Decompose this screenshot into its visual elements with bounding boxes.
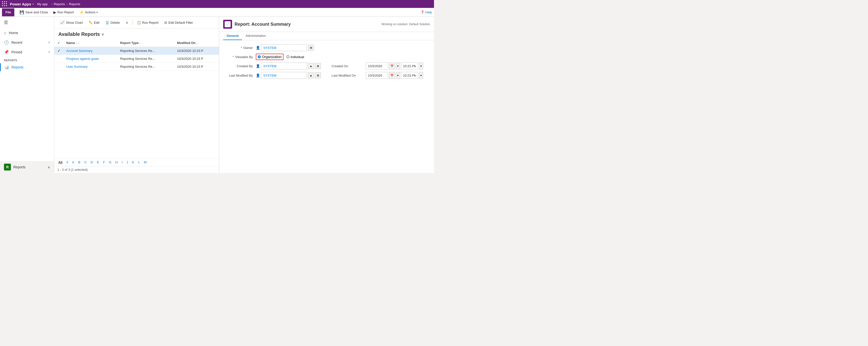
app-launcher-icon[interactable] — [2, 1, 7, 7]
bottom-chevron-icon[interactable]: ∧ — [48, 165, 50, 169]
owner-input[interactable] — [261, 44, 307, 51]
panel-title: Report: Account Summary — [235, 22, 291, 27]
delete-button[interactable]: 🗑️ Delete — [102, 19, 123, 26]
alpha-filter-item[interactable]: M — [143, 160, 148, 165]
hamburger-menu-button[interactable]: ☰ — [0, 17, 54, 28]
row-name-link[interactable]: Progress against goals — [66, 57, 99, 61]
modified-sort-desc[interactable]: ↓ — [196, 41, 198, 44]
row-checkbox[interactable] — [54, 63, 63, 71]
breadcrumb-sep1: › — [51, 2, 52, 6]
last-modified-on-time-input[interactable] — [401, 72, 418, 79]
run-report-icon: 📋 — [137, 21, 141, 25]
show-chart-button[interactable]: 📈 Show Chart — [57, 19, 86, 26]
sidebar-item-reports[interactable]: 📊 Reports — [0, 63, 54, 71]
created-by-expand-button[interactable]: ⊞ — [315, 63, 321, 69]
alpha-filter-item[interactable]: B — [78, 160, 82, 165]
alpha-filter-item[interactable]: E — [96, 160, 100, 165]
sidebar-item-home[interactable]: ⌂ Home — [0, 28, 54, 38]
help-button[interactable]: ❓ Help — [421, 10, 432, 14]
individual-radio-option[interactable]: Individual — [286, 55, 304, 59]
created-row: Created By 👤 ▲ ⊞ Created On — [223, 63, 430, 72]
last-modified-on-date-down-button[interactable]: ▾ — [396, 72, 400, 79]
sidebar-item-pinned[interactable]: 📌 Pinned ∨ — [0, 47, 54, 57]
last-modified-by-input[interactable] — [261, 72, 307, 79]
owner-required-star: * — [241, 46, 242, 50]
select-all-header[interactable]: ✓ — [54, 39, 63, 47]
table-row[interactable]: User Summary Reporting Services Re... 10… — [54, 63, 219, 71]
created-on-field: 📅 ▾ ▾ — [366, 63, 430, 69]
last-modified-expand-button[interactable]: ⊞ — [315, 72, 321, 78]
edit-button[interactable]: ✏️ Edit — [86, 19, 102, 26]
breadcrumb-reports1[interactable]: Reports — [54, 2, 65, 6]
created-on-date-down-button[interactable]: ▾ — [396, 63, 400, 69]
created-on-date-input[interactable] — [366, 63, 388, 69]
available-chevron-icon[interactable]: ∨ — [101, 32, 104, 37]
row-modified-cell: 10/3/2020 10:23 P — [174, 55, 219, 63]
alpha-filter-item[interactable]: G — [108, 160, 113, 165]
alpha-filter-item[interactable]: # — [65, 160, 69, 165]
reports-badge: R — [4, 164, 11, 170]
actions-button[interactable]: ⚡ Actions ▾ — [77, 9, 100, 16]
name-column-header[interactable]: Name ↑ ↓ — [63, 39, 117, 47]
row-type-cell: Reporting Services Re... — [117, 55, 174, 63]
name-sort-asc[interactable]: ↑ — [76, 41, 78, 44]
table-row[interactable]: Progress against goals Reporting Service… — [54, 55, 219, 63]
sidebar-item-recent[interactable]: 🕐 Recent ∨ — [0, 38, 54, 47]
owner-expand-button[interactable]: ⊞ — [308, 45, 314, 51]
sidebar-bottom-reports-item[interactable]: R Reports ∧ — [0, 161, 54, 173]
breadcrumb-reports2[interactable]: Reports — [69, 2, 80, 6]
alpha-filter-item[interactable]: I — [121, 160, 124, 165]
edit-default-filter-button[interactable]: ⊟ Edit Default Filter — [162, 19, 196, 26]
organization-radio-box[interactable]: Organization — [256, 54, 283, 60]
alpha-filter-item[interactable]: All — [57, 160, 64, 165]
last-modified-on-calendar-button[interactable]: 📅 — [389, 72, 395, 79]
app-chevron-icon[interactable]: ∨ — [32, 2, 34, 6]
panel-icon-inner: 📄 — [225, 21, 230, 27]
row-checkbox[interactable]: ✓ — [54, 47, 63, 55]
alpha-filter-item[interactable]: H — [115, 160, 119, 165]
type-sort-desc[interactable]: ↓ — [140, 41, 141, 44]
last-modified-on-row: Last Modified On 📅 ▾ ▾ — [332, 72, 430, 79]
alpha-filter-item[interactable]: F — [102, 160, 106, 165]
available-reports-header: Available Reports ∨ — [54, 28, 219, 39]
created-on-calendar-button[interactable]: 📅 — [389, 63, 395, 69]
count-row: 1 - 3 of 3 (1 selected) — [54, 166, 219, 173]
last-modified-on-date-input[interactable] — [366, 72, 388, 79]
created-by-up-button[interactable]: ▲ — [308, 63, 314, 69]
run-report-ribbon-button[interactable]: ▶ Run Report — [51, 9, 76, 16]
last-modified-on-time-down-button[interactable]: ▾ — [419, 72, 423, 79]
individual-radio-label: Individual — [290, 55, 304, 59]
table-row[interactable]: ✓ Account Summary Reporting Services Re.… — [54, 47, 219, 55]
more-options-button[interactable]: ∨ — [123, 19, 131, 26]
report-type-column-header[interactable]: Report Type ↓ — [117, 39, 174, 47]
alpha-filter-item[interactable]: A — [71, 160, 75, 165]
row-name-link[interactable]: Account Summary — [66, 49, 92, 53]
alpha-filter-item[interactable]: C — [83, 160, 88, 165]
row-checkbox[interactable] — [54, 55, 63, 63]
help-icon: ❓ — [421, 10, 424, 14]
created-by-col: Created By 👤 ▲ ⊞ — [223, 63, 322, 72]
last-modified-on-label: Last Modified On — [332, 74, 364, 77]
alpha-filter-item[interactable]: K — [131, 160, 135, 165]
pinned-icon: 📌 — [4, 50, 9, 54]
last-modified-on-field: 📅 ▾ ▾ — [366, 72, 430, 79]
breadcrumb-sep2: › — [66, 2, 67, 6]
alpha-filter-item[interactable]: J — [126, 160, 129, 165]
run-report-button[interactable]: 📋 Run Report — [134, 19, 161, 26]
my-app-link[interactable]: My app — [37, 2, 48, 6]
save-close-button[interactable]: 💾 Save and Close — [17, 9, 50, 16]
tab-general[interactable]: General — [223, 32, 242, 40]
created-on-time-down-button[interactable]: ▾ — [419, 63, 423, 69]
reports-table-container: ✓ Name ↑ ↓ Report Type ↓ Modified On — [54, 39, 219, 158]
tab-administration[interactable]: Administration — [242, 32, 269, 40]
alpha-filter-item[interactable]: D — [90, 160, 94, 165]
row-name-link[interactable]: User Summary — [66, 65, 88, 68]
modified-on-column-header[interactable]: Modified On ↓ — [174, 39, 219, 47]
created-on-time-input[interactable] — [401, 63, 418, 69]
name-sort-desc[interactable]: ↓ — [78, 41, 80, 44]
alpha-filter-item[interactable]: L — [137, 160, 141, 165]
last-modified-up-button[interactable]: ▲ — [308, 72, 314, 78]
file-button[interactable]: File — [2, 8, 14, 16]
recent-icon: 🕐 — [4, 40, 9, 45]
created-by-input[interactable] — [261, 63, 307, 69]
